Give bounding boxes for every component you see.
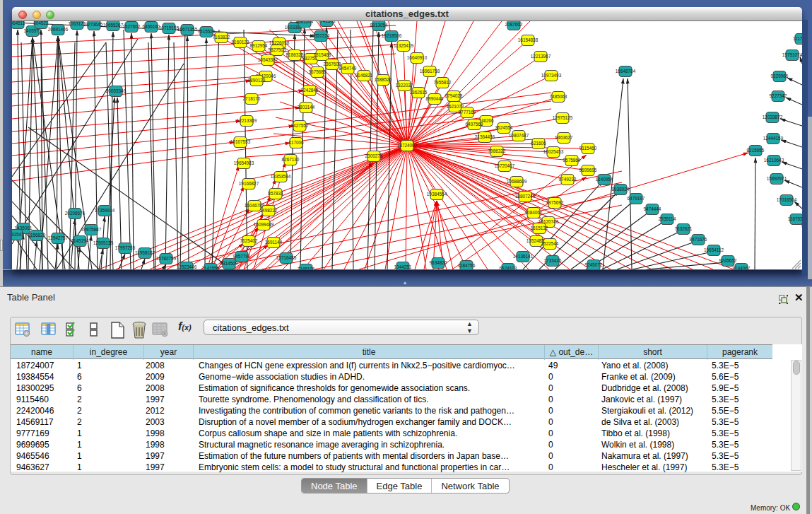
svg-text:1640954: 1640954 xyxy=(596,177,613,182)
svg-text:9084067: 9084067 xyxy=(525,210,543,215)
svg-text:7515526: 7515526 xyxy=(198,29,216,34)
svg-text:9242848: 9242848 xyxy=(301,88,319,93)
svg-text:12213369: 12213369 xyxy=(237,118,257,123)
svg-text:16648784: 16648784 xyxy=(616,69,636,74)
svg-text:1156829: 1156829 xyxy=(28,233,46,238)
svg-text:1044251: 1044251 xyxy=(394,264,412,269)
svg-text:857833: 857833 xyxy=(268,191,283,196)
svg-text:6466160: 6466160 xyxy=(143,24,160,29)
svg-text:10107553: 10107553 xyxy=(230,139,251,144)
svg-text:1733426: 1733426 xyxy=(544,258,562,263)
svg-text:9575864: 9575864 xyxy=(563,158,581,163)
svg-text:2803144: 2803144 xyxy=(298,105,315,110)
svg-text:19218506: 19218506 xyxy=(382,33,402,38)
svg-text:10688609: 10688609 xyxy=(507,179,527,184)
svg-text:1145194: 1145194 xyxy=(71,238,89,243)
svg-text:804522: 804522 xyxy=(33,21,49,25)
svg-text:9245652: 9245652 xyxy=(719,258,737,263)
svg-text:9457791: 9457791 xyxy=(233,254,251,259)
svg-text:7163822: 7163822 xyxy=(213,35,230,40)
svg-text:621606: 621606 xyxy=(531,141,546,146)
svg-text:1498222: 1498222 xyxy=(260,208,278,213)
svg-text:15720407: 15720407 xyxy=(495,163,515,168)
svg-text:20691406: 20691406 xyxy=(48,27,69,32)
svg-text:9329966: 9329966 xyxy=(771,74,789,78)
svg-text:12444159: 12444159 xyxy=(763,136,784,141)
svg-text:417006: 417006 xyxy=(288,140,304,145)
svg-text:39975887: 39975887 xyxy=(81,227,102,232)
svg-text:7632621: 7632621 xyxy=(675,226,693,231)
svg-text:9699695: 9699695 xyxy=(579,168,597,173)
svg-text:9357224: 9357224 xyxy=(312,33,330,38)
svg-text:1527602: 1527602 xyxy=(123,24,141,29)
svg-text:8561204: 8561204 xyxy=(296,21,314,24)
svg-text:8186328: 8186328 xyxy=(286,52,304,57)
svg-text:3624554: 3624554 xyxy=(495,125,513,130)
svg-text:16210643: 16210643 xyxy=(764,158,784,163)
svg-text:7245106: 7245106 xyxy=(298,267,315,269)
svg-text:9474444: 9474444 xyxy=(644,206,661,211)
svg-text:1184756: 1184756 xyxy=(458,263,476,268)
svg-text:6479197: 6479197 xyxy=(628,196,645,201)
svg-text:14136141: 14136141 xyxy=(513,254,534,259)
svg-text:1362615: 1362615 xyxy=(410,90,428,95)
svg-text:8813054: 8813054 xyxy=(370,23,388,28)
svg-text:10543382: 10543382 xyxy=(258,57,278,62)
svg-text:10807487: 10807487 xyxy=(509,133,529,138)
svg-text:3675685: 3675685 xyxy=(309,69,326,74)
svg-text:7741503: 7741503 xyxy=(318,21,336,23)
svg-text:8215955: 8215955 xyxy=(747,148,765,153)
svg-text:12505135: 12505135 xyxy=(93,240,114,245)
svg-text:11325419: 11325419 xyxy=(394,43,413,48)
svg-text:19166827: 19166827 xyxy=(239,181,259,186)
svg-text:9273645: 9273645 xyxy=(86,22,103,27)
svg-text:18724007: 18724007 xyxy=(397,143,418,148)
svg-text:18807249: 18807249 xyxy=(515,194,536,199)
svg-text:391547: 391547 xyxy=(12,232,24,237)
svg-text:1167539: 1167539 xyxy=(788,216,802,221)
svg-text:12942757: 12942757 xyxy=(48,235,69,240)
svg-text:964511: 964511 xyxy=(12,21,25,25)
svg-text:17016504: 17016504 xyxy=(777,197,797,202)
svg-text:15692971: 15692971 xyxy=(767,176,787,181)
svg-text:9890123: 9890123 xyxy=(248,78,266,83)
svg-text:10973493: 10973493 xyxy=(541,73,562,78)
svg-text:8912954: 8912954 xyxy=(250,43,268,48)
svg-text:2087662: 2087662 xyxy=(505,22,523,27)
svg-text:2300275: 2300275 xyxy=(365,153,383,158)
svg-text:2935114: 2935114 xyxy=(659,216,676,221)
svg-text:1405571: 1405571 xyxy=(24,28,42,33)
svg-text:16099489: 16099489 xyxy=(254,222,274,227)
svg-text:8990444: 8990444 xyxy=(426,96,444,101)
svg-text:12923446: 12923446 xyxy=(177,264,197,269)
svg-text:6794028: 6794028 xyxy=(445,93,463,98)
svg-text:9749233: 9749233 xyxy=(559,177,577,182)
svg-text:1315468: 1315468 xyxy=(314,52,331,57)
svg-text:16046788: 16046788 xyxy=(245,203,265,208)
svg-text:15751074: 15751074 xyxy=(782,52,802,57)
svg-text:16154838: 16154838 xyxy=(518,37,539,42)
svg-text:12975125: 12975125 xyxy=(553,115,573,120)
svg-text:8427552: 8427552 xyxy=(291,123,309,128)
svg-text:7485063: 7485063 xyxy=(550,94,567,99)
svg-text:1322037: 1322037 xyxy=(396,83,413,88)
svg-text:17359934: 17359934 xyxy=(95,208,115,213)
svg-text:6624103: 6624103 xyxy=(500,266,517,269)
svg-text:9634820: 9634820 xyxy=(430,260,447,265)
svg-text:15716485: 15716485 xyxy=(276,255,297,260)
svg-text:9146821: 9146821 xyxy=(355,73,373,78)
svg-text:21364436: 21364436 xyxy=(475,134,495,139)
svg-text:16671355: 16671355 xyxy=(177,27,198,32)
svg-text:19384554: 19384554 xyxy=(427,192,447,197)
svg-text:11958107: 11958107 xyxy=(135,250,155,255)
svg-text:1117205: 1117205 xyxy=(793,36,802,41)
svg-text:2718170: 2718170 xyxy=(243,96,261,101)
svg-text:8267130: 8267130 xyxy=(282,157,300,162)
svg-text:13353594: 13353594 xyxy=(271,174,291,179)
svg-text:10719155: 10719155 xyxy=(159,25,180,30)
svg-text:9463627: 9463627 xyxy=(555,135,573,140)
svg-text:8160123: 8160123 xyxy=(232,40,249,45)
svg-text:8938924: 8938924 xyxy=(612,187,630,192)
svg-text:2141556: 2141556 xyxy=(202,266,220,269)
svg-text:9227342: 9227342 xyxy=(770,93,787,98)
